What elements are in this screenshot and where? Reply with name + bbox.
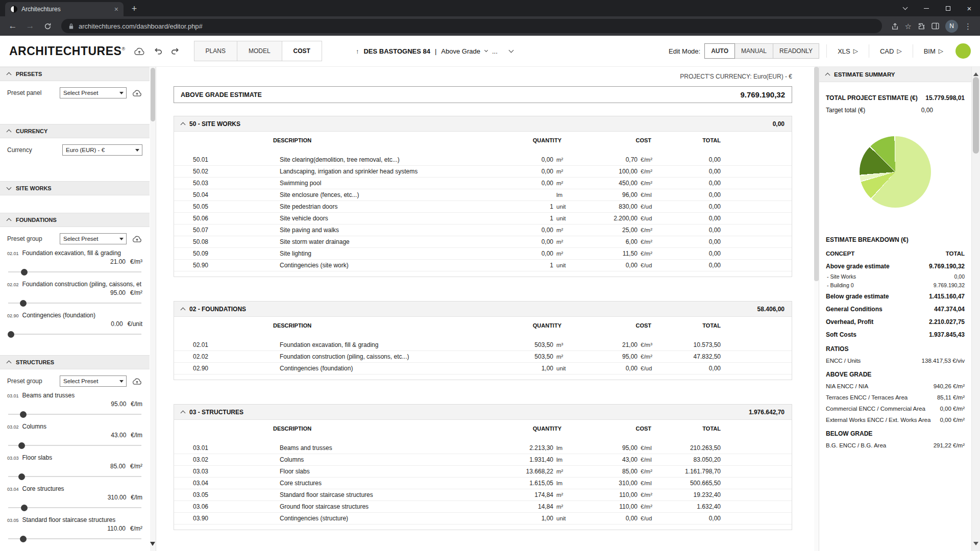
row-cost[interactable]: 25,00 xyxy=(583,227,638,234)
scrollbar-thumb[interactable] xyxy=(814,67,819,281)
tab-model[interactable]: MODEL xyxy=(237,41,282,61)
breadcrumb-ellipsis[interactable]: ... xyxy=(492,47,498,55)
row-quantity[interactable]: 2.213,30 xyxy=(484,444,553,452)
share-icon[interactable] xyxy=(891,22,899,30)
parameter-slider[interactable] xyxy=(8,414,141,415)
bookmark-star-icon[interactable]: ☆ xyxy=(905,22,912,30)
row-quantity[interactable]: 1 xyxy=(484,203,553,210)
undo-icon[interactable] xyxy=(153,47,163,55)
target-total-value[interactable]: 0,00 xyxy=(921,107,965,114)
page-scrollbar[interactable] xyxy=(971,67,980,551)
parameter-slider[interactable] xyxy=(8,507,141,508)
scrollbar-thumb[interactable] xyxy=(973,77,979,154)
row-cost[interactable]: 96,00 xyxy=(583,191,638,198)
table-row[interactable]: 03.90 Contingencies (structure) 1,00 uni… xyxy=(174,513,792,524)
extensions-puzzle-icon[interactable] xyxy=(918,22,925,30)
row-quantity[interactable]: 0,00 xyxy=(484,156,553,163)
level-select[interactable]: Above Grade xyxy=(441,47,480,55)
scroll-down-arrow-icon[interactable] xyxy=(150,542,155,548)
summary-header[interactable]: ESTIMATE SUMMARY xyxy=(819,67,971,82)
upload-preset-icon[interactable] xyxy=(132,235,142,243)
parameter-slider[interactable] xyxy=(8,334,141,335)
row-quantity[interactable]: 0,00 xyxy=(484,250,553,257)
table-row[interactable]: 50.09 Site lighting 0,00 m² 11,50 €/m² 0… xyxy=(174,248,792,260)
row-cost[interactable]: 0,00 xyxy=(583,262,638,269)
close-window-button[interactable]: × xyxy=(959,0,980,16)
row-quantity[interactable]: 503,50 xyxy=(484,341,553,348)
table-row[interactable]: 50.01 Site clearing(demolition, tree rem… xyxy=(174,154,792,166)
panel-header-presets[interactable]: PRESETS xyxy=(0,67,150,81)
table-row[interactable]: 03.01 Beams and trusses 2.213,30 lm 95,0… xyxy=(174,442,792,454)
minimize-button[interactable] xyxy=(916,0,937,16)
upload-preset-icon[interactable] xyxy=(132,89,142,97)
row-quantity[interactable]: 1 xyxy=(484,215,553,222)
row-cost[interactable]: 110,00 xyxy=(583,491,638,498)
preset-panel-select[interactable]: Select Preset xyxy=(60,87,127,98)
redo-icon[interactable] xyxy=(170,47,180,55)
tab-close-icon[interactable]: × xyxy=(114,6,118,13)
parameter-slider[interactable] xyxy=(8,476,141,477)
table-row[interactable]: 50.08 Site storm water drainage 0,00 m² … xyxy=(174,236,792,248)
table-row[interactable]: 50.05 Site pedestrian doors 1 unit 830,0… xyxy=(174,201,792,213)
row-quantity[interactable]: 13.668,22 xyxy=(484,468,553,475)
section-header[interactable]: 02 - FOUNDATIONS 58.406,00 xyxy=(174,302,792,317)
browser-profile-avatar[interactable]: N xyxy=(945,20,958,33)
table-row[interactable]: 02.02 Foundation construction (piling, c… xyxy=(174,351,792,363)
back-button[interactable]: ← xyxy=(5,18,20,34)
row-cost[interactable]: 0,00 xyxy=(583,365,638,372)
main-scrollbar[interactable] xyxy=(814,67,819,551)
maximize-button[interactable] xyxy=(937,0,959,16)
currency-select[interactable]: Euro (EUR) - € xyxy=(62,144,142,156)
cloud-sync-icon[interactable] xyxy=(133,47,145,56)
panel-header-currency[interactable]: CURRENCY xyxy=(0,124,150,138)
edit-mode-auto-button[interactable]: AUTO xyxy=(704,43,735,59)
level-up-arrow-icon[interactable]: ↑ xyxy=(356,47,359,55)
export-bim-button[interactable]: BIM▷ xyxy=(920,47,947,55)
side-panel-icon[interactable] xyxy=(932,22,939,30)
row-quantity[interactable]: 1.615,05 xyxy=(484,480,553,487)
slider-thumb[interactable] xyxy=(8,331,14,338)
edit-mode-manual-button[interactable]: MANUAL xyxy=(734,43,773,59)
panel-header-foundations[interactable]: FOUNDATIONS xyxy=(0,213,150,227)
export-xls-button[interactable]: XLS▷ xyxy=(834,47,862,55)
table-row[interactable]: 02.90 Contingencies (foundation) 1,00 un… xyxy=(174,363,792,374)
table-row[interactable]: 50.90 Contingencies (site work) 1 unit 0… xyxy=(174,260,792,271)
table-row[interactable]: 50.04 Site enclosure (fences, etc...) lm… xyxy=(174,189,792,201)
table-row[interactable]: 03.06 Ground floor staircase structures … xyxy=(174,501,792,513)
parameter-slider[interactable] xyxy=(8,538,141,539)
row-cost[interactable]: 110,00 xyxy=(583,503,638,510)
preset-group-select[interactable]: Select Preset xyxy=(60,233,127,244)
row-cost[interactable]: 310,00 xyxy=(583,480,638,487)
row-cost[interactable]: 21,00 xyxy=(583,341,638,348)
row-quantity[interactable]: 0,00 xyxy=(484,238,553,245)
section-header[interactable]: 50 - SITE WORKS 0,00 xyxy=(174,116,792,132)
kebab-menu-icon[interactable]: ⋮ xyxy=(964,22,972,30)
table-row[interactable]: 02.01 Foundation excavation, fill & grad… xyxy=(174,339,792,351)
tab-plans[interactable]: PLANS xyxy=(194,41,237,61)
panel-header-site-works[interactable]: SITE WORKS xyxy=(0,181,150,195)
row-cost[interactable]: 0,70 xyxy=(583,156,638,163)
preset-group-select[interactable]: Select Preset xyxy=(60,375,127,387)
parameter-slider[interactable] xyxy=(8,303,141,304)
row-cost[interactable]: 11,50 xyxy=(583,250,638,257)
parameter-slider[interactable] xyxy=(8,271,141,272)
new-tab-button[interactable]: + xyxy=(128,2,141,15)
row-quantity[interactable]: 174,84 xyxy=(484,491,553,498)
browser-tab[interactable]: Architechtures × xyxy=(5,2,124,16)
reload-button[interactable] xyxy=(40,18,55,34)
sidebar-scrollbar[interactable] xyxy=(150,67,156,551)
project-name[interactable]: DES BASTOGNES 84 xyxy=(363,47,430,55)
row-quantity[interactable]: 14,84 xyxy=(484,503,553,510)
row-quantity[interactable]: 0,00 xyxy=(484,180,553,187)
browser-menu-chevron-icon[interactable] xyxy=(894,0,916,16)
slider-thumb[interactable] xyxy=(20,411,27,418)
upload-preset-icon[interactable] xyxy=(132,378,142,385)
slider-thumb[interactable] xyxy=(21,505,28,511)
slider-thumb[interactable] xyxy=(20,536,27,542)
row-cost[interactable]: 830,00 xyxy=(583,203,638,210)
row-quantity[interactable]: 1.931,40 xyxy=(484,456,553,463)
table-row[interactable]: 50.07 Site paving and walks 0,00 m² 25,0… xyxy=(174,224,792,236)
row-quantity[interactable]: 1 xyxy=(484,262,553,269)
row-cost[interactable]: 2.200,00 xyxy=(583,215,638,222)
row-quantity[interactable]: 1,00 xyxy=(484,365,553,372)
